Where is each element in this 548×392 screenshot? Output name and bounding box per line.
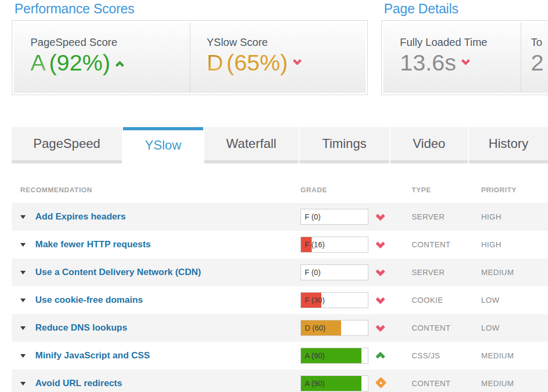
type-label: CONTENT xyxy=(412,240,481,249)
recommendation-toggle[interactable]: Add Expires headers xyxy=(12,211,300,222)
grade-meter: A (90) xyxy=(300,375,368,391)
recommendation-row: Avoid URL redirects A (90) CONTENT MEDIU… xyxy=(12,370,548,392)
type-label: CONTENT xyxy=(412,324,481,332)
detail-card-value: 2 xyxy=(531,51,548,75)
tab-history[interactable]: History xyxy=(469,127,548,163)
performance-scores-panel: PageSpeed Score A (92%) YSlow Score D (6… xyxy=(12,20,368,95)
expand-triangle-icon xyxy=(20,382,26,386)
expand-triangle-icon xyxy=(20,215,26,219)
tab-video[interactable]: Video xyxy=(390,127,468,163)
header-recommendation: RECOMMENDATION xyxy=(12,186,300,194)
recommendation-toggle[interactable]: Minify JavaScript and CSS xyxy=(12,350,300,361)
trend-caret-icon xyxy=(115,60,125,69)
grade-label: F (0) xyxy=(301,213,321,221)
chevron-up-icon xyxy=(375,351,385,361)
recommendation-row: Use a Content Delivery Network (CDN) F (… xyxy=(12,258,548,286)
recommendation-row: Minify JavaScript and CSS A (90) CSS/JS … xyxy=(12,342,548,370)
chevron-down-icon xyxy=(375,266,385,276)
trend-icon-wrap xyxy=(377,350,384,362)
score-grade-letter: A xyxy=(30,51,46,75)
detail-value-text: 13.6s xyxy=(400,51,456,75)
grade-cell: A (90) xyxy=(300,348,412,364)
priority-label: MEDIUM xyxy=(481,351,548,360)
header-priority: PRIORITY xyxy=(481,186,548,194)
recommendation-link[interactable]: Use cookie-free domains xyxy=(35,295,143,305)
grade-cell: A (90) xyxy=(300,375,412,391)
trend-icon-wrap xyxy=(377,240,384,249)
expand-triangle-icon xyxy=(20,299,26,302)
recommendation-link[interactable]: Reduce DNS lookups xyxy=(35,323,127,333)
table-body: Add Expires headers F (0) SERVER HIGH Ma… xyxy=(12,203,548,392)
score-card-value: A (92%) xyxy=(30,51,190,75)
chevron-down-icon xyxy=(375,322,385,332)
type-label: SERVER xyxy=(412,213,481,221)
grade-cell: D (60) xyxy=(300,320,412,336)
score-card-label: YSlow Score xyxy=(207,36,366,49)
score-grade-percent: (92%) xyxy=(49,51,111,75)
grade-meter: A (90) xyxy=(300,348,368,364)
recommendation-link[interactable]: Use a Content Delivery Network (CDN) xyxy=(35,267,201,278)
trend-icon-wrap xyxy=(377,323,384,333)
grade-label: F (16) xyxy=(301,240,325,249)
recommendation-link[interactable]: Add Expires headers xyxy=(35,211,126,222)
trend-caret-icon xyxy=(461,56,470,65)
chevron-down-icon xyxy=(375,239,385,248)
chevron-down-icon xyxy=(375,211,385,221)
tab-label: History xyxy=(489,136,529,151)
recommendation-link[interactable]: Make fewer HTTP requests xyxy=(35,239,151,250)
detail-value-text: 2 xyxy=(531,51,544,75)
grade-meter: F (0) xyxy=(300,264,368,280)
page-details-panel: Fully Loaded Time 13.6s To 2 xyxy=(381,20,548,95)
table-header-row: RECOMMENDATION GRADE TYPE PRIORITY xyxy=(12,176,548,203)
priority-label: HIGH xyxy=(481,213,548,221)
priority-label: LOW xyxy=(481,296,548,304)
score-grade-letter: D xyxy=(207,51,223,75)
detail-card-label: To xyxy=(531,36,548,49)
type-label: CONTENT xyxy=(412,379,481,388)
recommendation-link[interactable]: Avoid URL redirects xyxy=(35,378,122,389)
score-card: PageSpeed Score A (92%) xyxy=(14,22,190,93)
grade-label: A (90) xyxy=(301,379,325,388)
trend-icon-wrap xyxy=(377,212,384,222)
report-tabbar: PageSpeed YSlow Waterfall Timings Video … xyxy=(12,127,548,163)
tab-label: Waterfall xyxy=(226,136,276,151)
chevron-down-icon xyxy=(375,294,385,304)
grade-meter: F (30) xyxy=(300,292,368,308)
tab-label: YSlow xyxy=(145,138,181,153)
recommendation-toggle[interactable]: Use a Content Delivery Network (CDN) xyxy=(12,267,300,278)
grade-label: F (30) xyxy=(301,296,325,304)
type-label: CSS/JS xyxy=(412,351,481,360)
recommendation-toggle[interactable]: Make fewer HTTP requests xyxy=(12,239,300,250)
type-label: COOKIE xyxy=(412,296,481,304)
performance-scores-title: Performance Scores xyxy=(14,1,134,17)
grade-cell: F (0) xyxy=(300,264,412,280)
diamond-neutral-icon xyxy=(375,377,387,388)
recommendation-toggle[interactable]: Avoid URL redirects xyxy=(12,378,300,389)
priority-label: HIGH xyxy=(481,240,548,249)
expand-triangle-icon xyxy=(20,243,26,247)
trend-icon-wrap xyxy=(377,379,385,389)
grade-meter: D (60) xyxy=(300,320,368,336)
recommendation-toggle[interactable]: Reduce DNS lookups xyxy=(12,323,300,333)
recommendation-row: Add Expires headers F (0) SERVER HIGH xyxy=(12,203,548,231)
tab-yslow[interactable]: YSlow xyxy=(123,127,203,163)
tab-label: Video xyxy=(413,136,445,151)
score-card-value: D (65%) xyxy=(207,51,366,75)
tab-waterfall[interactable]: Waterfall xyxy=(204,127,298,163)
tab-timings[interactable]: Timings xyxy=(299,127,389,163)
trend-icon-wrap xyxy=(377,295,384,305)
recommendation-link[interactable]: Minify JavaScript and CSS xyxy=(35,350,150,361)
tab-pagespeed[interactable]: PageSpeed xyxy=(12,127,122,163)
expand-triangle-icon xyxy=(20,271,26,275)
grade-cell: F (0) xyxy=(300,209,412,225)
grade-cell: F (30) xyxy=(300,292,412,308)
detail-card-label: Fully Loaded Time xyxy=(400,36,521,49)
tab-label: PageSpeed xyxy=(33,136,100,151)
recommendation-row: Make fewer HTTP requests F (16) CONTENT … xyxy=(12,231,548,258)
priority-label: LOW xyxy=(481,324,548,332)
recommendation-toggle[interactable]: Use cookie-free domains xyxy=(12,295,300,305)
trend-icon-wrap xyxy=(377,268,384,277)
expand-triangle-icon xyxy=(20,326,26,330)
score-card-label: PageSpeed Score xyxy=(30,36,190,49)
grade-meter: F (0) xyxy=(300,209,368,225)
